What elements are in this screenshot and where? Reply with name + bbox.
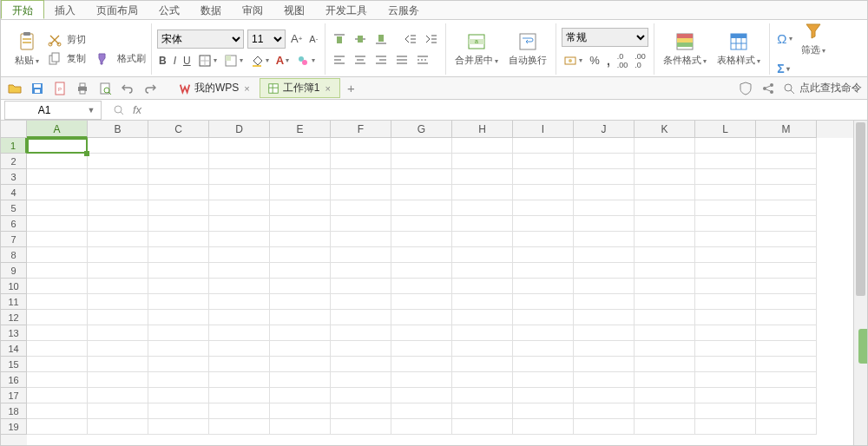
- cell-D13[interactable]: [209, 325, 270, 341]
- cell-L4[interactable]: [695, 185, 756, 200]
- cut-button[interactable]: [46, 31, 63, 49]
- cell-E6[interactable]: [270, 216, 331, 232]
- cell-F16[interactable]: [331, 372, 391, 388]
- cell-C12[interactable]: [148, 310, 209, 325]
- cell-K15[interactable]: [635, 357, 695, 372]
- cell-F13[interactable]: [331, 325, 391, 341]
- cell-C17[interactable]: [148, 388, 209, 403]
- cell-G18[interactable]: [391, 403, 452, 419]
- cell-H9[interactable]: [452, 263, 513, 279]
- copy-button[interactable]: [46, 50, 63, 68]
- cell-L1[interactable]: [695, 138, 756, 154]
- cell-E16[interactable]: [270, 372, 331, 388]
- cell-K6[interactable]: [635, 216, 695, 232]
- cell-K3[interactable]: [635, 169, 695, 185]
- cell-B1[interactable]: [88, 138, 148, 154]
- cell-K13[interactable]: [635, 325, 695, 341]
- cell-F5[interactable]: [331, 200, 391, 216]
- open-button[interactable]: [6, 80, 23, 97]
- menu-tab-1[interactable]: 插入: [44, 1, 86, 19]
- fx-cancel-button[interactable]: [105, 103, 133, 117]
- side-panel-toggle[interactable]: [858, 329, 867, 364]
- cell-E7[interactable]: [270, 232, 331, 247]
- cell-F12[interactable]: [331, 310, 391, 325]
- percent-button[interactable]: %: [588, 52, 602, 69]
- cell-M16[interactable]: [756, 372, 817, 388]
- cells-area[interactable]: [27, 138, 853, 445]
- cell-E11[interactable]: [270, 294, 331, 310]
- cell-E18[interactable]: [270, 403, 331, 419]
- cell-G17[interactable]: [391, 388, 452, 403]
- cell-I15[interactable]: [513, 357, 574, 372]
- cell-F17[interactable]: [331, 388, 391, 403]
- cell-B17[interactable]: [88, 388, 148, 403]
- bold-button[interactable]: B: [157, 53, 168, 69]
- cell-F11[interactable]: [331, 294, 391, 310]
- cell-G12[interactable]: [391, 310, 452, 325]
- print-button[interactable]: [74, 80, 91, 97]
- cell-J18[interactable]: [574, 403, 635, 419]
- cell-A5[interactable]: [27, 200, 88, 216]
- row-header-3[interactable]: 3: [1, 169, 27, 185]
- cell-B3[interactable]: [88, 169, 148, 185]
- cell-D19[interactable]: [209, 419, 270, 435]
- align-right-button[interactable]: [372, 51, 390, 69]
- cell-H7[interactable]: [452, 232, 513, 247]
- cell-K8[interactable]: [635, 247, 695, 263]
- cell-K14[interactable]: [635, 341, 695, 357]
- cell-D12[interactable]: [209, 310, 270, 325]
- share-button[interactable]: [760, 80, 777, 97]
- cell-L7[interactable]: [695, 232, 756, 247]
- cell-L5[interactable]: [695, 200, 756, 216]
- cell-H11[interactable]: [452, 294, 513, 310]
- col-header-D[interactable]: D: [209, 121, 270, 138]
- close-tab-button[interactable]: ×: [323, 83, 332, 94]
- cell-A12[interactable]: [27, 310, 88, 325]
- cell-H14[interactable]: [452, 341, 513, 357]
- cell-M9[interactable]: [756, 263, 817, 279]
- cell-A4[interactable]: [27, 185, 88, 200]
- fill-handle[interactable]: [84, 151, 89, 156]
- menu-tab-7[interactable]: 开发工具: [315, 1, 378, 19]
- increase-font-button[interactable]: A+: [289, 30, 304, 47]
- cell-G19[interactable]: [391, 419, 452, 435]
- close-tab-button[interactable]: ×: [242, 83, 251, 94]
- cell-B14[interactable]: [88, 341, 148, 357]
- cell-G2[interactable]: [391, 154, 452, 169]
- row-header-15[interactable]: 15: [1, 357, 27, 372]
- align-bottom-button[interactable]: [372, 30, 390, 48]
- menu-tab-3[interactable]: 公式: [148, 1, 190, 19]
- cell-D8[interactable]: [209, 247, 270, 263]
- cell-B7[interactable]: [88, 232, 148, 247]
- cell-I16[interactable]: [513, 372, 574, 388]
- indent-decrease-button[interactable]: [402, 30, 419, 48]
- new-tab-button[interactable]: +: [345, 79, 357, 97]
- cell-H16[interactable]: [452, 372, 513, 388]
- menu-tab-5[interactable]: 审阅: [232, 1, 273, 19]
- indent-increase-button[interactable]: [423, 30, 440, 48]
- row-header-18[interactable]: 18: [1, 403, 27, 419]
- cell-J5[interactable]: [574, 200, 635, 216]
- cell-A10[interactable]: [27, 279, 88, 294]
- underline-button[interactable]: U: [181, 53, 193, 69]
- font-size-select[interactable]: 11: [247, 30, 286, 49]
- cell-A19[interactable]: [27, 419, 88, 435]
- cell-E12[interactable]: [270, 310, 331, 325]
- format-painter-button[interactable]: [93, 52, 114, 66]
- cell-C4[interactable]: [148, 185, 209, 200]
- row-header-9[interactable]: 9: [1, 263, 27, 279]
- cell-M5[interactable]: [756, 200, 817, 216]
- row-header-8[interactable]: 8: [1, 247, 27, 263]
- currency-button[interactable]: [562, 52, 584, 69]
- cell-F7[interactable]: [331, 232, 391, 247]
- cell-A14[interactable]: [27, 341, 88, 357]
- col-header-J[interactable]: J: [574, 121, 635, 138]
- row-header-4[interactable]: 4: [1, 185, 27, 200]
- symbol-button[interactable]: Ω: [775, 30, 793, 48]
- cell-J17[interactable]: [574, 388, 635, 403]
- cell-K1[interactable]: [635, 138, 695, 154]
- cell-K19[interactable]: [635, 419, 695, 435]
- cell-G6[interactable]: [391, 216, 452, 232]
- cell-F2[interactable]: [331, 154, 391, 169]
- cell-A1[interactable]: [27, 138, 88, 154]
